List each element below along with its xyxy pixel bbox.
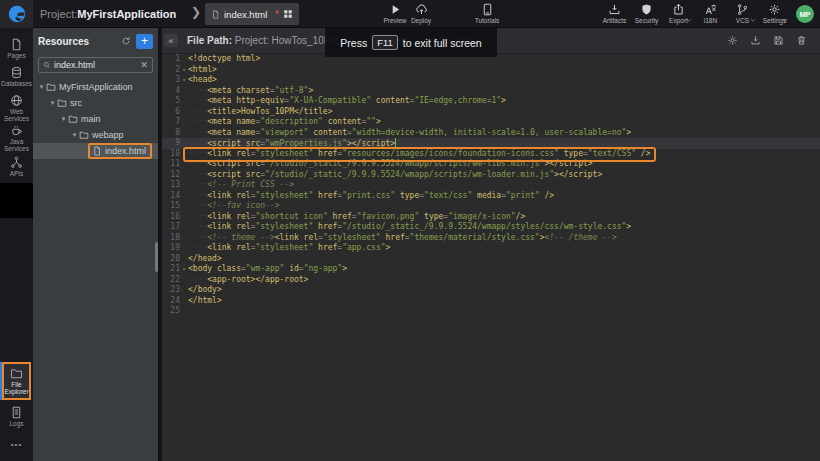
delete-file-icon[interactable] [796,35,807,46]
sidebar-item-label: Java Services [4,138,29,152]
editor-tab-index-html[interactable]: index.html * [205,3,299,25]
project-prefix: Project: [40,8,77,20]
tree-item-src[interactable]: ▾src [33,95,158,111]
collapse-panel-icon[interactable]: « [164,34,178,47]
export-icon [672,3,685,16]
fold-marker[interactable]: ▾ [180,75,188,86]
file-tree: ▾MyFirstApplication▾src▾main▾webappindex… [33,79,158,159]
tree-item-label: index.html [105,146,146,156]
grid-view-icon[interactable] [283,9,293,19]
code-line-18[interactable]: 18····<!-- theme --><link rel="styleshee… [162,233,820,244]
code-line-23[interactable]: 23</body> [162,285,820,296]
code-line-6[interactable]: 6····<title>HowTos_10PM</title> [162,107,820,118]
chevron-down-icon [686,9,692,27]
line-number: 11 [162,159,180,170]
sidebar-blackout [0,183,33,218]
code-line-10[interactable]: 10····<link rel="stylesheet" href="resou… [162,149,820,160]
code-line-12[interactable]: 12····<script src="/studio/_static_/9.9.… [162,170,820,181]
line-number: 2 [162,65,180,76]
resources-panel: Resources + ✕ ▾MyFirstApplication▾src▾ma… [33,28,158,461]
sidebar-item-pages[interactable]: Pages [0,38,33,59]
preview-icon [389,3,402,16]
add-resource-button[interactable]: + [136,34,153,49]
search-input[interactable] [54,60,137,70]
code-line-13[interactable]: 13····<!-- Print CSS --> [162,180,820,191]
sidebar-item-databases[interactable]: Databases [0,66,33,87]
sidebar-item-logs[interactable]: Logs [0,406,33,427]
code-line-22[interactable]: 22····<app-root></app-root> [162,275,820,286]
code-editor[interactable]: 1<!doctype html>2▾<html>3▾<head>4····<me… [162,54,820,461]
clear-search-icon[interactable]: ✕ [140,60,148,70]
security-button[interactable]: Security [633,3,660,24]
sidebar-item-java-services[interactable]: Java Services [0,124,33,152]
code-line-7[interactable]: 7····<meta name="description" content=""… [162,117,820,128]
code-line-2[interactable]: 2▾<html> [162,65,820,76]
download-file-icon[interactable] [750,35,761,46]
chevron-down-icon [750,9,756,27]
editor-toolbar-icons [727,35,820,46]
fold-marker[interactable]: ▾ [180,65,188,76]
panel-divider[interactable] [158,28,162,461]
tree-expand-arrow[interactable]: ▾ [70,131,79,139]
app-logo[interactable] [0,0,33,28]
folder-icon [46,82,56,92]
annotation-highlight-code: ····<link rel="stylesheet" href="resourc… [183,147,656,163]
code-line-24[interactable]: 24</html> [162,296,820,307]
tree-item-label: main [81,114,101,124]
save-file-icon[interactable] [773,35,784,46]
tutorials-button[interactable]: Tutorials [469,3,505,24]
settings-button[interactable]: Settings [761,3,788,24]
tree-item-myfirstapplication[interactable]: ▾MyFirstApplication [33,79,158,95]
line-number: 25 [162,306,180,317]
tree-item-webapp[interactable]: ▾webapp [33,127,158,143]
code-line-20[interactable]: 20</head> [162,254,820,265]
deploy-button[interactable]: Deploy [403,3,439,24]
tree-expand-arrow[interactable]: ▾ [59,115,68,123]
line-number: 10 [162,149,180,160]
i18n-button[interactable]: i18N [697,3,724,24]
code-line-19[interactable]: 19····<link rel="stylesheet" href="app.c… [162,243,820,254]
artifacts-button[interactable]: Artifacts [601,3,628,24]
code-line-25[interactable]: 25 [162,306,820,317]
java-services-icon [10,124,23,137]
line-number: 21 [162,264,180,275]
avatar[interactable]: MP [796,5,814,23]
export-button[interactable]: Export [665,3,692,24]
code-line-5[interactable]: 5····<meta http-equiv="X-UA-Compatible" … [162,96,820,107]
vcs-button[interactable]: VCS [729,3,756,24]
resources-title: Resources [38,36,116,47]
editor-settings-icon[interactable] [727,35,738,46]
file-path-label: File Path: [187,35,232,46]
code-line-4[interactable]: 4····<meta charset="utf-8"> [162,86,820,97]
code-line-3[interactable]: 3▾<head> [162,75,820,86]
line-number: 6 [162,107,180,118]
tree-item-index-html[interactable]: index.html [33,143,158,159]
tree-expand-arrow[interactable]: ▾ [37,83,46,91]
line-number: 19 [162,243,180,254]
code-line-15[interactable]: 15····<!--fav icon--> [162,201,820,212]
code-line-16[interactable]: 16····<link rel="shortcut icon" href="fa… [162,212,820,223]
sidebar-item-apis[interactable]: APIs [0,156,33,177]
topbar-actions-right: ArtifactsSecurityExporti18NVCSSettings [601,3,788,24]
refresh-icon[interactable] [121,36,131,46]
folder-icon [68,114,78,124]
text-cursor [395,138,396,147]
tree-item-main[interactable]: ▾main [33,111,158,127]
tree-item-label: MyFirstApplication [59,82,133,92]
sidebar-item-file-explorer[interactable]: File Explorer [2,362,31,400]
fold-marker[interactable]: ▾ [180,264,188,275]
code-line-14[interactable]: 14····<link rel="stylesheet" href="print… [162,191,820,202]
sidebar-more-button[interactable]: ••• [0,440,33,449]
line-number: 24 [162,296,180,307]
code-line-17[interactable]: 17····<link rel="stylesheet" href="/stud… [162,222,820,233]
sidebar-item-web-services[interactable]: Web Services [0,94,33,122]
line-number: 9 [162,138,180,149]
code-line-8[interactable]: 8····<meta name="viewport" content="widt… [162,128,820,139]
file-explorer-icon [10,367,23,380]
sidebar-item-label: File Explorer [4,381,28,395]
tree-expand-arrow[interactable]: ▾ [48,99,57,107]
line-number: 14 [162,191,180,202]
line-number: 18 [162,233,180,244]
code-line-21[interactable]: 21▾<body class="wm-app" id="ng-app"> [162,264,820,275]
pages-icon [10,38,23,51]
